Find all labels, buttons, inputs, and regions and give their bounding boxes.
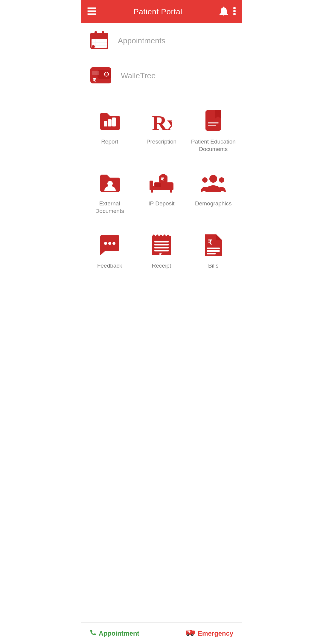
svg-rect-2 (87, 13, 96, 15)
svg-rect-1 (87, 10, 96, 12)
receipt-icon: ₹ (151, 232, 172, 259)
grid-row-1: Report Rx Prescription (84, 102, 239, 155)
svg-rect-48 (154, 247, 169, 248)
appointments-link[interactable]: Appointments (81, 23, 242, 58)
svg-point-5 (233, 13, 236, 15)
header-left (87, 7, 96, 16)
wallet-icon: ₹ (89, 65, 112, 86)
svg-rect-30 (208, 125, 216, 126)
menu-grid: Report Rx Prescription (81, 93, 242, 284)
more-vertical-icon[interactable] (233, 7, 236, 16)
report-label: Report (101, 138, 118, 146)
svg-rect-23 (92, 71, 99, 75)
walletree-label: WalleTree (121, 71, 156, 80)
receipt-item[interactable]: ₹ Receipt (135, 226, 187, 272)
svg-text:Rx: Rx (152, 112, 172, 132)
folder-person-icon (98, 170, 122, 196)
prescription-item[interactable]: Rx Prescription (135, 102, 187, 155)
svg-rect-33 (150, 181, 153, 190)
svg-text:₹: ₹ (93, 77, 96, 83)
svg-rect-18 (102, 31, 104, 35)
app-header: Patient Portal (81, 0, 242, 23)
svg-rect-26 (112, 117, 116, 126)
svg-rect-36 (151, 190, 153, 193)
svg-point-31 (107, 181, 113, 186)
svg-point-40 (209, 175, 217, 183)
demographics-label: Demographics (195, 200, 232, 207)
svg-rect-17 (95, 31, 97, 35)
svg-text:₹: ₹ (159, 252, 162, 257)
svg-point-3 (233, 7, 236, 9)
walletree-link[interactable]: ₹ WalleTree (81, 58, 242, 93)
calendar-icon (89, 30, 109, 51)
patient-education-item[interactable]: Patient Education Documents (188, 102, 239, 155)
prescription-label: Prescription (147, 138, 176, 146)
svg-rect-54 (207, 253, 216, 254)
svg-point-44 (108, 242, 111, 245)
svg-point-41 (202, 177, 208, 183)
quick-links-section: Appointments ₹ WalleTree (81, 23, 242, 93)
svg-rect-47 (154, 244, 169, 245)
ip-deposit-item[interactable]: ₹ IP Deposit (135, 164, 187, 217)
svg-point-16 (92, 45, 95, 48)
svg-point-21 (104, 72, 109, 76)
grid-row-2: External Documents (84, 164, 239, 217)
page-title: Patient Portal (133, 7, 182, 16)
folder-report-icon (98, 108, 122, 135)
svg-rect-53 (207, 250, 220, 252)
rx-icon: Rx (151, 108, 172, 135)
svg-point-43 (104, 242, 107, 245)
external-documents-label: External Documents (86, 200, 133, 215)
hamburger-icon[interactable] (87, 7, 96, 16)
bed-deposit-icon: ₹ (148, 170, 175, 196)
svg-rect-29 (208, 122, 219, 123)
receipt-label: Receipt (152, 262, 171, 270)
bell-icon[interactable] (220, 7, 228, 17)
external-documents-item[interactable]: External Documents (84, 164, 135, 217)
bills-icon: ₹ (202, 232, 224, 259)
svg-point-45 (112, 242, 115, 245)
svg-rect-25 (108, 119, 112, 126)
svg-point-4 (233, 10, 236, 12)
ip-deposit-label: IP Deposit (148, 200, 174, 207)
chat-bubble-icon (98, 232, 122, 259)
svg-point-42 (219, 177, 224, 183)
group-icon (200, 170, 226, 196)
svg-rect-0 (87, 7, 96, 9)
grid-row-3: Feedback ₹ Receipt (84, 226, 239, 272)
svg-rect-49 (154, 250, 169, 251)
svg-rect-52 (207, 248, 220, 249)
bills-label: Bills (208, 262, 219, 270)
svg-rect-37 (170, 190, 172, 193)
feedback-label: Feedback (97, 262, 122, 270)
svg-text:₹: ₹ (161, 177, 164, 182)
header-right (220, 7, 236, 17)
report-item[interactable]: Report (84, 102, 135, 155)
svg-rect-24 (104, 121, 107, 126)
svg-rect-8 (90, 36, 108, 39)
feedback-item[interactable]: Feedback (84, 226, 135, 272)
svg-text:₹: ₹ (208, 239, 212, 246)
svg-rect-35 (155, 183, 161, 187)
bookmark-doc-icon (203, 108, 223, 135)
bills-item[interactable]: ₹ Bills (188, 226, 239, 272)
demographics-item[interactable]: Demographics (188, 164, 239, 217)
appointments-label: Appointments (118, 36, 165, 45)
patient-education-label: Patient Education Documents (190, 138, 237, 153)
svg-rect-46 (154, 241, 169, 242)
